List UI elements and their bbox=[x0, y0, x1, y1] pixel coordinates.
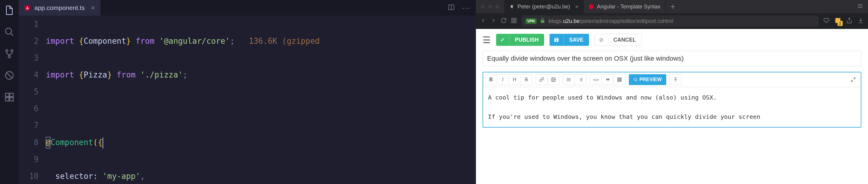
table-button[interactable] bbox=[614, 74, 625, 85]
action-bar: ☰ ✓ PUBLISH SAVE ⊘ CANCEL bbox=[476, 29, 868, 51]
code-content[interactable]: import {Component} from '@angular/core';… bbox=[46, 16, 476, 184]
svg-point-45 bbox=[634, 78, 637, 81]
svg-rect-21 bbox=[515, 19, 516, 20]
svg-rect-24 bbox=[541, 20, 545, 23]
reload-icon[interactable] bbox=[501, 18, 507, 25]
rte-body[interactable]: A cool tip for people used to Windows an… bbox=[483, 87, 861, 127]
menu-icon[interactable]: ☰ bbox=[483, 35, 491, 45]
svg-point-0 bbox=[5, 28, 11, 34]
url-text: blogs.u2u.be/peter/admin/app/editor/edit… bbox=[549, 18, 673, 25]
browser-tab-title: Angular - Template Syntax bbox=[597, 4, 660, 10]
split-editor-icon[interactable] bbox=[447, 4, 455, 12]
preview-button[interactable]: PREVIEW bbox=[629, 74, 666, 85]
svg-rect-8 bbox=[10, 93, 13, 96]
image-button[interactable] bbox=[548, 74, 559, 85]
tab-menu-icon[interactable] bbox=[857, 3, 868, 10]
svg-marker-16 bbox=[589, 4, 593, 9]
editor-main: A app.component.ts × ··· 1 2 3 4 5 6 7 bbox=[19, 0, 476, 184]
browser-tab-title: Peter (peter@u2u.be) bbox=[518, 4, 570, 10]
publish-button[interactable]: ✓ PUBLISH bbox=[496, 34, 544, 46]
body-line: If you're used to Windows, you know that… bbox=[488, 112, 856, 122]
bundle-size-annotation: 136.6K (gzipped bbox=[249, 36, 320, 45]
explorer-icon[interactable] bbox=[4, 5, 15, 16]
browser-window: Peter (peter@u2u.be) × Angular - Templat… bbox=[476, 0, 868, 184]
close-icon[interactable]: × bbox=[575, 3, 579, 10]
svg-line-46 bbox=[636, 80, 637, 81]
svg-point-4 bbox=[8, 56, 10, 58]
save-icon bbox=[550, 34, 564, 46]
editor-tab-row: A app.component.ts × ··· bbox=[19, 0, 476, 16]
vscode-editor: A app.component.ts × ··· 1 2 3 4 5 6 7 bbox=[0, 0, 476, 184]
svg-line-49 bbox=[854, 78, 855, 79]
window-controls[interactable] bbox=[476, 4, 504, 9]
strike-button[interactable]: S bbox=[520, 74, 532, 85]
svg-point-3 bbox=[11, 50, 13, 52]
browser-tab-bar: Peter (peter@u2u.be) × Angular - Templat… bbox=[476, 0, 868, 13]
svg-rect-9 bbox=[5, 97, 9, 101]
ul-button[interactable] bbox=[563, 74, 575, 85]
ol-button[interactable] bbox=[575, 74, 587, 85]
search-icon[interactable] bbox=[4, 27, 15, 37]
link-button[interactable] bbox=[536, 74, 548, 85]
check-icon: ✓ bbox=[496, 34, 509, 46]
speed-dial-icon[interactable] bbox=[511, 18, 517, 25]
more-icon[interactable]: ··· bbox=[462, 3, 470, 13]
browser-toolbar: VPN blogs.u2u.be/peter/admin/app/editor/… bbox=[476, 13, 868, 29]
bold-button[interactable]: B bbox=[485, 74, 497, 85]
svg-line-1 bbox=[10, 33, 13, 36]
lock-icon[interactable] bbox=[539, 18, 546, 25]
svg-point-2 bbox=[6, 50, 8, 52]
svg-text:A: A bbox=[26, 6, 29, 10]
heading-button[interactable]: H bbox=[508, 74, 521, 85]
code-area[interactable]: 1 2 3 4 5 6 7 8 9 10 import {Component} … bbox=[19, 16, 476, 184]
tab-actions: ··· bbox=[447, 3, 476, 13]
activity-bar bbox=[0, 0, 19, 184]
svg-point-34 bbox=[567, 78, 567, 79]
svg-rect-20 bbox=[512, 19, 514, 20]
new-tab-button[interactable]: + bbox=[665, 2, 680, 11]
line-gutter: 1 2 3 4 5 6 7 8 9 10 bbox=[19, 16, 46, 184]
svg-point-35 bbox=[567, 79, 567, 80]
svg-line-50 bbox=[851, 80, 853, 82]
cancel-icon: ⊘ bbox=[595, 34, 608, 45]
save-button[interactable]: SAVE bbox=[550, 34, 589, 46]
browser-tab[interactable]: Angular - Template Syntax bbox=[584, 0, 665, 13]
download-icon[interactable] bbox=[858, 18, 864, 25]
svg-rect-40 bbox=[618, 78, 621, 82]
body-line: A cool tip for people used to Windows an… bbox=[488, 93, 856, 102]
rich-text-editor: B I H S </> bbox=[483, 72, 861, 128]
svg-rect-10 bbox=[10, 97, 13, 101]
angular-icon bbox=[588, 4, 594, 9]
svg-rect-23 bbox=[515, 21, 516, 23]
source-control-icon[interactable] bbox=[4, 48, 15, 59]
svg-point-30 bbox=[553, 79, 553, 79]
page-content: ☰ ✓ PUBLISH SAVE ⊘ CANCEL B I H S bbox=[476, 29, 868, 184]
extensions-icon[interactable] bbox=[4, 92, 15, 102]
post-title-input[interactable] bbox=[483, 51, 861, 66]
heart-icon[interactable] bbox=[824, 18, 829, 25]
italic-button[interactable]: I bbox=[497, 74, 509, 85]
svg-point-36 bbox=[567, 81, 567, 81]
quote-button[interactable] bbox=[602, 74, 614, 85]
back-icon[interactable] bbox=[480, 18, 486, 25]
expand-button[interactable] bbox=[847, 74, 859, 85]
pin-icon bbox=[509, 4, 515, 9]
debug-icon[interactable] bbox=[4, 70, 15, 81]
blocker-badge[interactable]: 2 bbox=[835, 18, 841, 25]
vpn-badge[interactable]: VPN bbox=[525, 19, 536, 24]
share-icon[interactable] bbox=[846, 18, 852, 25]
tab-title: app.component.ts bbox=[34, 4, 85, 11]
svg-line-6 bbox=[6, 72, 12, 79]
angular-icon: A bbox=[24, 4, 31, 11]
close-icon[interactable]: × bbox=[91, 4, 95, 12]
address-bar[interactable]: VPN blogs.u2u.be/peter/admin/app/editor/… bbox=[522, 16, 818, 27]
svg-rect-22 bbox=[512, 21, 514, 23]
rte-toolbar: B I H S </> bbox=[483, 72, 861, 87]
code-button[interactable]: </> bbox=[590, 74, 602, 85]
upload-button[interactable] bbox=[670, 74, 682, 85]
cancel-button[interactable]: ⊘ CANCEL bbox=[594, 34, 642, 46]
browser-tab-active[interactable]: Peter (peter@u2u.be) × bbox=[504, 0, 584, 13]
forward-icon[interactable] bbox=[490, 18, 496, 25]
svg-rect-7 bbox=[5, 93, 9, 96]
editor-tab-active[interactable]: A app.component.ts × bbox=[19, 0, 100, 16]
